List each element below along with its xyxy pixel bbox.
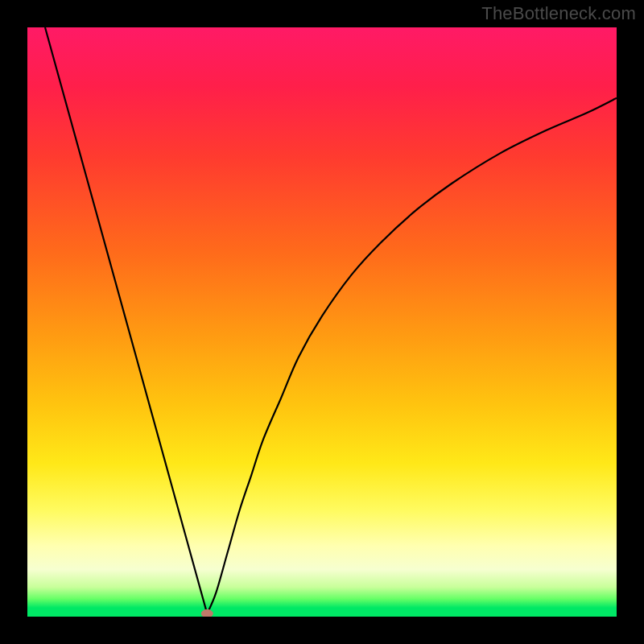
watermark-text: TheBottleneck.com (481, 3, 636, 24)
curve-svg (27, 27, 617, 617)
minimum-marker (201, 609, 213, 617)
plot-area (27, 27, 617, 617)
chart-frame: TheBottleneck.com (0, 0, 644, 644)
bottleneck-curve (45, 27, 617, 613)
